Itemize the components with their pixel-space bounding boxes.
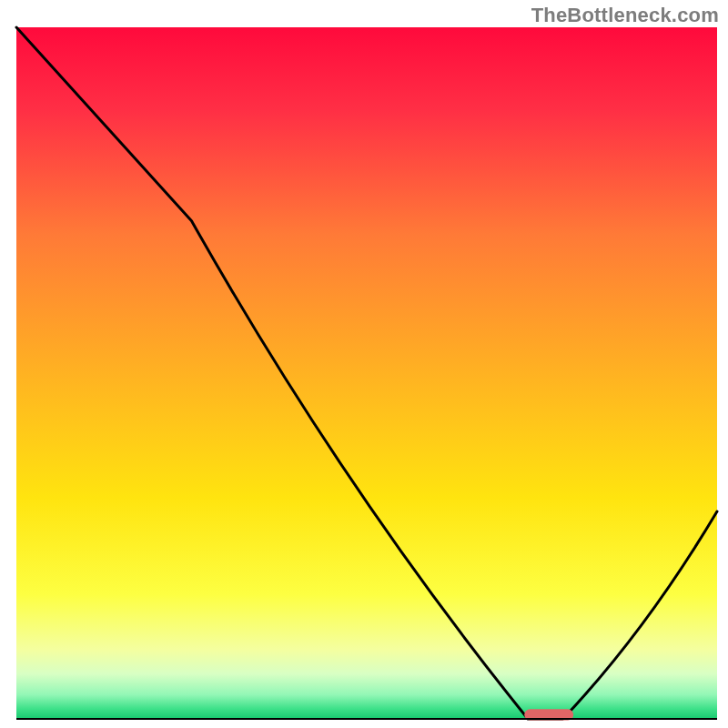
watermark-text: TheBottleneck.com xyxy=(531,4,719,27)
plot-background xyxy=(16,27,717,719)
bottleneck-chart xyxy=(0,0,728,728)
chart-container: TheBottleneck.com xyxy=(0,0,728,728)
